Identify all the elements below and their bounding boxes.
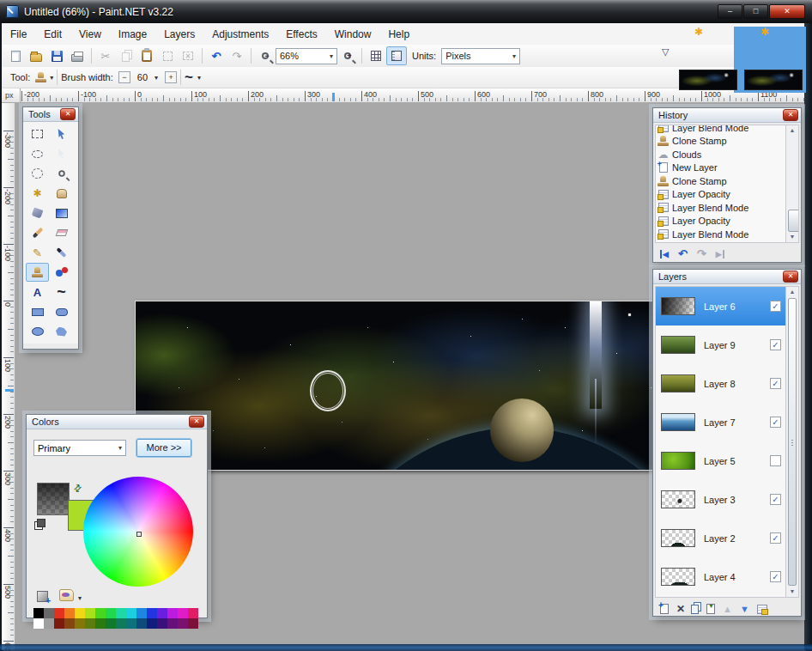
brush-width-value[interactable]: 60	[137, 72, 148, 82]
duplicate-layer-button[interactable]	[691, 605, 699, 614]
colors-palette-titlebar[interactable]: Colors ✕	[27, 415, 207, 429]
layer-visibility-checkbox[interactable]: ✓	[770, 532, 781, 544]
image-tab-thumbnail[interactable]	[679, 70, 737, 90]
menu-item[interactable]: View	[70, 25, 110, 44]
color-swatch[interactable]	[126, 608, 136, 618]
fast-forward-button[interactable]: ▶	[716, 250, 724, 259]
menu-item[interactable]: Window	[326, 25, 380, 44]
color-wheel[interactable]	[83, 477, 193, 587]
antialiasing-icon[interactable]: ~	[185, 73, 193, 82]
tool-button[interactable]: ✱	[26, 184, 49, 203]
history-scrollbar[interactable]: ▲ ▼	[785, 125, 798, 242]
swap-colors-icon[interactable]: ⇄	[71, 482, 85, 496]
history-item[interactable]: Layer Opacity	[656, 188, 798, 202]
color-swatch[interactable]	[54, 618, 64, 629]
color-swatch[interactable]	[116, 608, 126, 618]
color-swatch[interactable]	[147, 618, 157, 629]
brush-width-increase-button[interactable]: +	[165, 71, 177, 83]
transparency-toggle-icon[interactable]	[37, 519, 45, 527]
tool-button[interactable]	[50, 263, 73, 282]
tool-button[interactable]	[50, 164, 73, 183]
chevron-down-icon[interactable]: ▾	[78, 594, 82, 602]
scroll-down-icon[interactable]: ▼	[786, 587, 798, 597]
history-item[interactable]: ☁Clouds	[656, 148, 798, 161]
layer-row[interactable]: Layer 2✓	[656, 519, 798, 557]
color-swatch[interactable]	[106, 608, 116, 618]
color-swatch[interactable]	[33, 618, 44, 629]
add-color-icon[interactable]	[37, 591, 48, 602]
history-item[interactable]: Layer Blend Mode	[656, 125, 798, 135]
add-layer-button[interactable]	[660, 604, 669, 614]
tool-button[interactable]	[26, 204, 49, 222]
layer-row[interactable]: Layer 9✓	[656, 326, 798, 364]
tool-button[interactable]	[26, 125, 49, 143]
zoom-out-button[interactable]: −	[255, 46, 276, 65]
move-layer-down-button[interactable]: ▼	[740, 604, 749, 614]
tools-palette-titlebar[interactable]: Tools ✕	[23, 107, 78, 122]
scroll-up-icon[interactable]: ▲	[790, 127, 796, 133]
tool-button[interactable]	[26, 322, 49, 341]
layer-row[interactable]: Layer 3✓	[656, 480, 798, 519]
menu-item[interactable]: Adjustments	[203, 25, 277, 44]
layer-row[interactable]: Layer 5✓	[656, 441, 798, 480]
redo-button[interactable]: ↷	[227, 46, 247, 65]
layer-visibility-checkbox[interactable]: ✓	[770, 378, 781, 389]
zoom-in-button[interactable]: +	[337, 46, 358, 65]
menu-item[interactable]: Effects	[277, 25, 325, 44]
color-swatch[interactable]	[116, 618, 126, 629]
layer-row[interactable]: Layer 8✓	[656, 364, 798, 403]
units-select[interactable]: Pixels ▾	[441, 48, 520, 64]
color-swatch[interactable]	[106, 618, 116, 629]
minimize-button[interactable]: –	[718, 4, 742, 19]
layer-row[interactable]: Layer 4✓	[656, 557, 798, 596]
tool-button[interactable]	[50, 322, 73, 341]
undo-button[interactable]: ↶	[206, 46, 227, 65]
layer-visibility-checkbox[interactable]: ✓	[770, 455, 781, 466]
chevron-down-icon[interactable]: ▾	[155, 74, 158, 82]
tool-button[interactable]	[50, 302, 73, 321]
tool-button[interactable]	[26, 144, 49, 163]
layer-visibility-checkbox[interactable]: ✓	[770, 494, 781, 505]
color-swatch[interactable]	[64, 608, 75, 618]
menu-item[interactable]: Image	[110, 25, 155, 44]
close-button[interactable]: ✕	[769, 4, 805, 19]
ruler-toggle-button[interactable]	[386, 46, 407, 65]
color-swatch[interactable]	[147, 608, 157, 618]
chevron-down-icon[interactable]: ▾	[50, 74, 53, 82]
color-swatch[interactable]	[85, 608, 95, 618]
history-palette-titlebar[interactable]: History ✕	[653, 108, 801, 123]
primary-color-swatch[interactable]	[37, 483, 70, 515]
color-swatch[interactable]	[188, 618, 198, 629]
color-swatch[interactable]	[64, 618, 75, 629]
tool-button[interactable]	[50, 223, 73, 242]
layers-scrollbar[interactable]: ▲ ▼	[785, 287, 798, 597]
open-file-button[interactable]	[26, 46, 46, 65]
layer-visibility-checkbox[interactable]: ✓	[770, 417, 781, 428]
canvas[interactable]	[135, 301, 701, 471]
brush-width-decrease-button[interactable]: −	[118, 71, 130, 83]
layer-visibility-checkbox[interactable]: ✓	[770, 571, 781, 582]
redo-button[interactable]: ↷	[697, 247, 706, 260]
cut-button[interactable]: ✂	[95, 46, 116, 65]
delete-layer-button[interactable]: ✕	[676, 603, 685, 615]
layer-properties-button[interactable]	[757, 605, 767, 614]
color-swatch[interactable]	[126, 618, 136, 629]
color-swatch[interactable]	[157, 608, 167, 618]
scroll-up-icon[interactable]: ▲	[790, 289, 796, 295]
menu-item[interactable]: Layers	[155, 25, 203, 44]
color-swatch[interactable]	[178, 608, 188, 618]
more-button[interactable]: More >>	[136, 439, 191, 457]
menu-item[interactable]: Help	[379, 25, 418, 44]
tool-button[interactable]	[50, 243, 73, 262]
rewind-button[interactable]: ◀	[660, 250, 669, 259]
image-tab-thumbnail-selected[interactable]	[744, 70, 803, 90]
scrollbar-thumb[interactable]	[788, 210, 799, 232]
history-item[interactable]: New Layer	[656, 161, 798, 175]
history-item[interactable]: Clone Stamp	[656, 174, 798, 188]
layer-row[interactable]: Layer 7✓	[656, 403, 798, 441]
history-item[interactable]: Layer Blend Mode	[656, 201, 798, 215]
history-item[interactable]: Clone Stamp	[656, 135, 798, 149]
tool-button[interactable]	[26, 223, 49, 242]
color-swatch[interactable]	[95, 618, 106, 629]
color-swatch[interactable]	[136, 608, 147, 618]
